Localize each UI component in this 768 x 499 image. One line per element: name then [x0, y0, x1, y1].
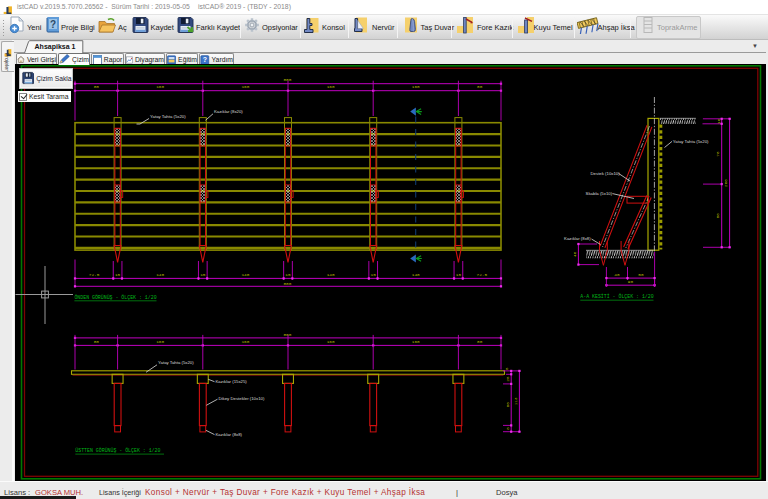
svg-text:160: 160 [327, 339, 335, 344]
svg-text:Projeler: Projeler [4, 52, 10, 71]
svg-text:140: 140 [327, 272, 335, 277]
svg-text:113: 113 [514, 397, 518, 405]
svg-text:40: 40 [614, 272, 620, 277]
svg-text:Destek (10x10): Destek (10x10) [591, 171, 621, 176]
svg-text:80: 80 [506, 402, 510, 408]
svg-text:50: 50 [715, 213, 720, 219]
svg-text:25: 25 [506, 376, 510, 382]
svg-text:40: 40 [572, 251, 577, 257]
svg-text:Skabla (5x10): Skabla (5x10) [586, 191, 613, 196]
svg-text:200: 200 [723, 179, 728, 187]
svg-text:15: 15 [200, 272, 206, 277]
svg-text:140: 140 [156, 272, 164, 277]
svg-text:A-A KESİTİ - ÖLÇEK : 1/20: A-A KESİTİ - ÖLÇEK : 1/20 [580, 293, 653, 299]
svg-text:Yatay Tahta (5x20): Yatay Tahta (5x20) [673, 139, 709, 144]
svg-text:Dikey Destekler (10x10): Dikey Destekler (10x10) [219, 396, 265, 401]
svg-text:10: 10 [716, 118, 721, 124]
svg-text:160: 160 [241, 339, 249, 344]
svg-text:ÜSTTEN GÖRÜNÜŞ - ÖLÇEK : 1/20: ÜSTTEN GÖRÜNÜŞ - ÖLÇEK : 1/20 [75, 447, 160, 453]
svg-text:15: 15 [285, 272, 291, 277]
svg-text:70: 70 [715, 151, 720, 157]
svg-text:80: 80 [94, 339, 100, 344]
svg-text:140: 140 [412, 272, 420, 277]
svg-text:15: 15 [456, 272, 462, 277]
svg-text:80: 80 [477, 84, 483, 89]
svg-text:50: 50 [638, 272, 644, 277]
svg-text:Yatay Tahta (5x20): Yatay Tahta (5x20) [150, 114, 186, 119]
svg-text:800: 800 [283, 281, 291, 286]
svg-text:80: 80 [477, 339, 483, 344]
svg-text:72.5: 72.5 [477, 272, 488, 277]
svg-text:Kazıklar (8x8): Kazıklar (8x8) [216, 432, 243, 437]
svg-text:Kazıklar (15x25): Kazıklar (15x25) [216, 379, 248, 384]
svg-text:Kazıklar (8x20): Kazıklar (8x20) [214, 109, 243, 114]
svg-text:15: 15 [115, 272, 121, 277]
svg-text:160: 160 [412, 84, 420, 89]
svg-text:160: 160 [241, 84, 249, 89]
svg-text:?: ? [50, 19, 56, 30]
svg-text:72.5: 72.5 [89, 272, 100, 277]
svg-text:160: 160 [412, 339, 420, 344]
svg-text:8: 8 [506, 427, 510, 430]
svg-text:ÖNDEN GÖRÜNÜŞ - ÖLÇEK : 1/20: ÖNDEN GÖRÜNÜŞ - ÖLÇEK : 1/20 [74, 294, 156, 300]
svg-text:90: 90 [628, 279, 634, 284]
svg-text:160: 160 [156, 339, 164, 344]
svg-text:15: 15 [371, 272, 377, 277]
svg-text:Yatay Tahta (5x20): Yatay Tahta (5x20) [158, 360, 194, 365]
svg-text:140: 140 [241, 272, 249, 277]
svg-text:160: 160 [156, 84, 164, 89]
svg-text:Kazıklar (8x8): Kazıklar (8x8) [564, 236, 591, 241]
svg-text:?: ? [203, 56, 207, 63]
svg-text:5: 5 [506, 367, 510, 370]
svg-text:160: 160 [327, 84, 335, 89]
svg-text:80: 80 [94, 84, 100, 89]
